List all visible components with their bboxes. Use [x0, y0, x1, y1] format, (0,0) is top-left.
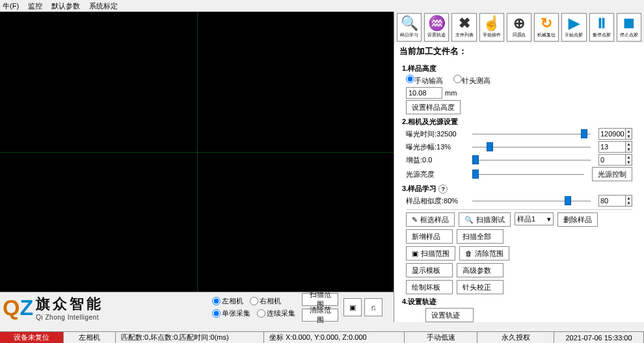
trash-icon: 🗑	[465, 249, 472, 257]
clear-range-button[interactable]: 清除范围	[302, 309, 338, 322]
sample-select[interactable]: 样品1▾	[515, 212, 554, 225]
set-track-button[interactable]: 设置轨迹	[425, 308, 474, 322]
toolbar-label: 暂停点胶	[593, 32, 610, 38]
add-sample-button[interactable]: 新增样品	[406, 229, 453, 244]
toolbar-icon: ▶	[569, 16, 580, 31]
toolbar-label: 停止点胶	[620, 32, 637, 38]
toolbar-icon: ☝	[483, 16, 500, 31]
scan-range-button-2[interactable]: ▣扫描范围	[406, 246, 455, 260]
light-label: 光源亮度	[406, 170, 464, 179]
toolbar-label: 样品学习	[401, 32, 418, 38]
menubar: 牛(F) 监控 默认参数 系统标定	[0, 0, 644, 12]
similarity-label: 样品相似度:80%	[406, 196, 464, 206]
toolbar-label: 手动操作	[483, 32, 500, 38]
menu-monitor[interactable]: 监控	[28, 1, 42, 11]
status-time: 2021-07-06 15:33:00	[554, 332, 644, 343]
toolbar-label: 机械复位	[538, 32, 556, 38]
toolbar-btn-0[interactable]: 🔍样品学习	[397, 13, 422, 42]
toolbar-icon: ✖	[459, 16, 470, 31]
crosshair-v	[197, 12, 198, 292]
gain-slider[interactable]	[472, 155, 591, 165]
clear-icon[interactable]: ⎌	[364, 298, 382, 316]
make-template-button[interactable]: 绘制坏板	[406, 280, 453, 294]
bbox-icon[interactable]: ▣	[343, 298, 362, 316]
status-camera: 左相机	[64, 332, 116, 343]
height-input[interactable]	[406, 87, 442, 99]
gain-label: 增益:0.0	[406, 155, 464, 165]
light-control-button[interactable]: 光源控制	[592, 167, 632, 181]
similarity-slider[interactable]	[472, 196, 591, 206]
radio-right-camera[interactable]: 右相机	[250, 296, 281, 306]
status-device: 设备未复位	[0, 332, 64, 343]
toolbar-btn-1[interactable]: ♒设置轨迹	[424, 13, 449, 42]
radio-manual-height[interactable]: 手动输高	[406, 75, 443, 86]
exposure-time-slider[interactable]	[472, 129, 591, 139]
current-file-label: 当前加工文件名：	[394, 43, 644, 60]
radio-single-capture[interactable]: 单张采集	[212, 309, 250, 318]
toolbar-icon: 🔍	[401, 16, 418, 31]
toolbar-label: 设置轨迹	[428, 32, 446, 38]
toolbar-btn-5[interactable]: ↻机械复位	[534, 13, 559, 42]
help-icon[interactable]: ?	[438, 184, 448, 194]
status-license: 永久授权	[477, 332, 554, 343]
toolbar-label: 文件列表	[455, 32, 473, 38]
brand-logo: QZ 旗众智能Qi Zhong Intelligent	[0, 294, 208, 321]
exposure-time-spin[interactable]: 120900▲▼	[598, 128, 632, 140]
toolbar-icon: ♒	[428, 16, 446, 31]
gain-spin[interactable]: 0▲▼	[598, 154, 632, 166]
status-match: 匹配数:0,坏点数:0,匹配时间:0(ms)	[116, 332, 264, 343]
group1-head: 1.样品高度	[402, 64, 632, 73]
toolbar-btn-8[interactable]: ⏹停止点胶	[617, 13, 641, 42]
toolbar-icon: ⏸	[595, 16, 609, 31]
scan-range-button[interactable]: 扫描范围	[302, 293, 338, 306]
advanced-params-button[interactable]: 高级参数	[457, 263, 503, 277]
box-select-button[interactable]: ✎框选样品	[406, 212, 455, 227]
search-icon: 🔍	[464, 216, 474, 224]
set-height-button[interactable]: 设置样品高度	[406, 100, 461, 114]
toolbar-btn-3[interactable]: ☝手动操作	[479, 13, 504, 42]
toolbar-btn-4[interactable]: ⊕回原点	[507, 13, 531, 42]
toolbar: 🔍样品学习♒设置轨迹✖文件列表☝手动操作⊕回原点↻机械复位▶开始点胶⏸暂停点胶⏹…	[394, 12, 644, 43]
menu-default-params[interactable]: 默认参数	[51, 1, 80, 11]
bbox-icon-2: ▣	[412, 249, 418, 258]
toolbar-btn-2[interactable]: ✖文件列表	[451, 13, 476, 42]
group4-head: 4.设置轨迹	[402, 297, 632, 307]
menu-system-calib[interactable]: 系统标定	[89, 1, 118, 11]
toolbar-icon: ⊕	[513, 16, 525, 31]
radio-continuous-capture[interactable]: 连续采集	[257, 309, 295, 318]
radio-needle-height[interactable]: 针头测高	[453, 75, 490, 86]
delete-sample-button[interactable]: 删除样品	[557, 212, 598, 227]
clear-range-button-2[interactable]: 🗑清除范围	[459, 246, 509, 260]
height-unit: mm	[445, 89, 457, 97]
toolbar-icon: ⏹	[622, 16, 636, 31]
exposure-step-spin[interactable]: 13▲▼	[598, 141, 632, 153]
group3-head: 3.样品学习 ?	[402, 184, 632, 194]
toolbar-icon: ↻	[541, 16, 552, 31]
show-template-button[interactable]: 显示模板	[406, 263, 453, 277]
pencil-icon: ✎	[412, 216, 418, 224]
exposure-step-label: 曝光步幅:13%	[406, 142, 464, 152]
exposure-time-label: 曝光时间:32500	[406, 129, 464, 139]
status-coord: 坐标 X:0.000, Y:0.000, Z:0.000	[264, 332, 405, 343]
toolbar-label: 开始点胶	[565, 32, 583, 38]
status-bar: 设备未复位 左相机 匹配数:0,坏点数:0,匹配时间:0(ms) 坐标 X:0.…	[0, 331, 644, 343]
light-slider[interactable]	[472, 169, 584, 179]
scan-test-button[interactable]: 🔍扫描测试	[459, 212, 511, 227]
toolbar-btn-6[interactable]: ▶开始点胶	[561, 13, 586, 42]
toolbar-btn-7[interactable]: ⏸暂停点胶	[589, 13, 614, 42]
scan-all-button[interactable]: 扫描全部	[457, 229, 503, 244]
group2-head: 2.相机及光源设置	[402, 117, 632, 127]
status-speed: 手动低速	[405, 332, 477, 343]
radio-left-camera[interactable]: 左相机	[212, 296, 243, 306]
similarity-spin[interactable]: 80▲▼	[598, 195, 632, 207]
camera-viewport[interactable]	[0, 12, 394, 292]
exposure-step-slider[interactable]	[472, 142, 591, 152]
menu-file[interactable]: 牛(F)	[3, 1, 19, 11]
needle-calib-button[interactable]: 针头校正	[457, 280, 503, 294]
toolbar-label: 回原点	[513, 32, 526, 38]
